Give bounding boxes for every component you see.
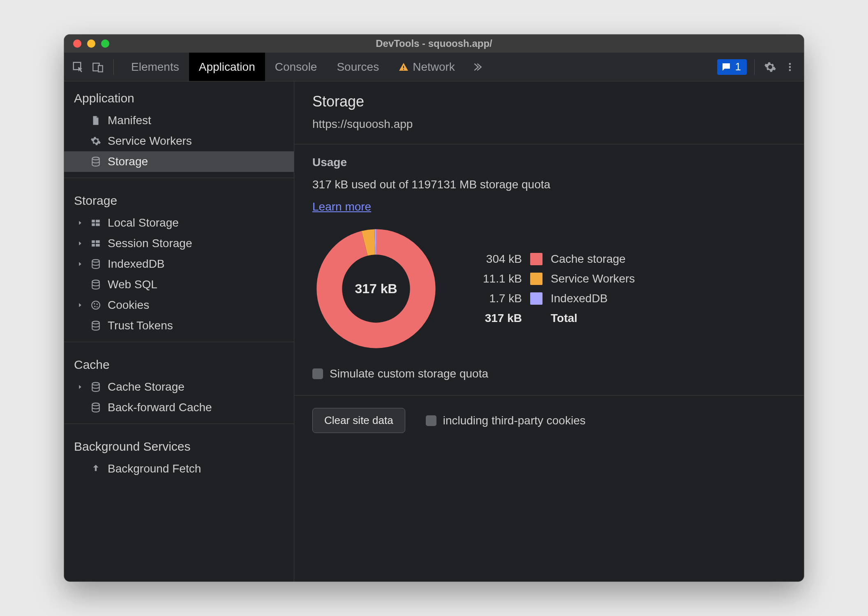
- sidebar-section-title: Background Services: [64, 430, 294, 459]
- legend-swatch: [530, 253, 542, 265]
- svg-point-22: [97, 306, 98, 308]
- chevron-right-icon: [76, 384, 84, 390]
- sidebar-item-label: Back-forward Cache: [108, 401, 212, 414]
- origin-url: https://squoosh.app: [312, 118, 786, 131]
- usage-text: 317 kB used out of 1197131 MB storage qu…: [312, 178, 786, 191]
- traffic-lights: [64, 39, 109, 48]
- svg-rect-3: [403, 69, 404, 70]
- devtools-window: DevTools - squoosh.app/ ElementsApplicat…: [64, 35, 804, 581]
- sidebar-item-label: Cookies: [108, 299, 149, 312]
- grid-icon: [90, 217, 102, 229]
- sidebar-item-local-storage[interactable]: Local Storage: [64, 213, 294, 233]
- devtools-toolbar: ElementsApplicationConsoleSourcesNetwork…: [64, 53, 804, 81]
- chevron-right-icon: [76, 302, 84, 308]
- usage-donut-chart: 317 kB: [312, 225, 440, 352]
- usage-legend: 304 kBCache storage11.1 kBService Worker…: [473, 252, 635, 325]
- clear-site-data-button[interactable]: Clear site data: [312, 408, 405, 433]
- window-title: DevTools - squoosh.app/: [64, 38, 804, 49]
- svg-point-23: [92, 321, 99, 324]
- svg-point-4: [789, 63, 791, 65]
- svg-point-17: [92, 280, 99, 283]
- kebab-icon: [785, 62, 795, 72]
- legend-size: 1.7 kB: [473, 292, 522, 305]
- svg-rect-14: [92, 244, 95, 247]
- sidebar-item-label: Web SQL: [108, 278, 157, 291]
- svg-rect-1: [98, 65, 103, 72]
- sidebar-section-title: Cache: [64, 348, 294, 377]
- tab-label: Elements: [131, 60, 179, 74]
- maximize-window-button[interactable]: [101, 39, 109, 48]
- sidebar-item-label: Cache Storage: [108, 380, 185, 394]
- svg-rect-9: [96, 220, 100, 222]
- third-party-cookies-checkbox[interactable]: including third-party cookies: [426, 414, 586, 427]
- sidebar-divider: [64, 424, 294, 424]
- svg-point-25: [92, 403, 99, 406]
- legend-swatch: [530, 273, 542, 285]
- svg-point-19: [94, 303, 95, 304]
- sidebar-item-label: IndexedDB: [108, 257, 165, 271]
- svg-point-20: [97, 303, 98, 305]
- sidebar-item-back-forward-cache[interactable]: Back-forward Cache: [64, 397, 294, 418]
- settings-button[interactable]: [762, 59, 778, 75]
- svg-point-24: [92, 382, 99, 385]
- usage-section: Usage 317 kB used out of 1197131 MB stor…: [294, 144, 804, 396]
- application-sidebar: ApplicationManifestService WorkersStorag…: [64, 81, 294, 581]
- sidebar-item-service-workers[interactable]: Service Workers: [64, 131, 294, 151]
- sidebar-item-background-fetch[interactable]: Background Fetch: [64, 459, 294, 479]
- usage-chart-row: 317 kB 304 kBCache storage11.1 kBService…: [312, 225, 786, 352]
- tab-console[interactable]: Console: [265, 53, 327, 81]
- issues-badge[interactable]: 1: [717, 59, 747, 75]
- svg-rect-13: [96, 240, 100, 243]
- usage-heading: Usage: [312, 156, 786, 169]
- learn-more-link[interactable]: Learn more: [312, 200, 371, 213]
- sidebar-item-label: Manifest: [108, 114, 151, 127]
- tab-application[interactable]: Application: [189, 53, 265, 81]
- tab-elements[interactable]: Elements: [121, 53, 189, 81]
- sidebar-item-cache-storage[interactable]: Cache Storage: [64, 377, 294, 397]
- sidebar-item-web-sql[interactable]: Web SQL: [64, 274, 294, 295]
- sidebar-item-cookies[interactable]: Cookies: [64, 295, 294, 315]
- svg-point-5: [789, 66, 791, 68]
- legend-name: IndexedDB: [551, 292, 635, 305]
- tab-label: Console: [275, 60, 317, 74]
- sidebar-item-manifest[interactable]: Manifest: [64, 110, 294, 131]
- inspect-element-icon[interactable]: [70, 59, 86, 75]
- minimize-window-button[interactable]: [87, 39, 95, 48]
- sidebar-item-trust-tokens[interactable]: Trust Tokens: [64, 315, 294, 336]
- svg-rect-11: [96, 223, 100, 226]
- legend-name: Cache storage: [551, 252, 635, 266]
- svg-point-7: [92, 157, 99, 160]
- tab-label: Network: [413, 60, 455, 74]
- more-options-button[interactable]: [782, 59, 798, 75]
- issues-count: 1: [735, 60, 741, 73]
- sidebar-item-session-storage[interactable]: Session Storage: [64, 233, 294, 254]
- tab-sources[interactable]: Sources: [327, 53, 389, 81]
- tab-network[interactable]: Network: [389, 53, 465, 81]
- storage-header: Storage https://squoosh.app: [294, 81, 804, 144]
- svg-point-6: [789, 69, 791, 71]
- svg-rect-8: [92, 220, 95, 222]
- legend-size: 304 kB: [473, 252, 522, 266]
- chat-icon: [721, 62, 731, 72]
- checkbox-icon: [426, 415, 436, 426]
- sidebar-item-label: Session Storage: [108, 237, 192, 250]
- db-icon: [90, 320, 102, 332]
- device-toolbar-icon[interactable]: [90, 59, 106, 75]
- more-tabs-icon[interactable]: [468, 59, 485, 75]
- sidebar-item-indexeddb[interactable]: IndexedDB: [64, 254, 294, 274]
- svg-point-16: [92, 259, 99, 262]
- tab-label: Application: [199, 60, 255, 74]
- svg-point-21: [94, 306, 95, 307]
- cookie-icon: [90, 299, 102, 311]
- close-window-button[interactable]: [73, 39, 81, 48]
- sidebar-item-storage[interactable]: Storage: [64, 151, 294, 172]
- toolbar-separator: [754, 59, 755, 75]
- simulate-quota-checkbox[interactable]: Simulate custom storage quota: [312, 367, 786, 380]
- panel-tabs: ElementsApplicationConsoleSourcesNetwork: [121, 53, 465, 81]
- legend-swatch: [530, 292, 542, 305]
- db-icon: [90, 381, 102, 393]
- tab-label: Sources: [337, 60, 379, 74]
- upload-icon: [90, 463, 102, 475]
- gear-icon: [90, 135, 102, 147]
- sidebar-item-label: Storage: [108, 155, 148, 168]
